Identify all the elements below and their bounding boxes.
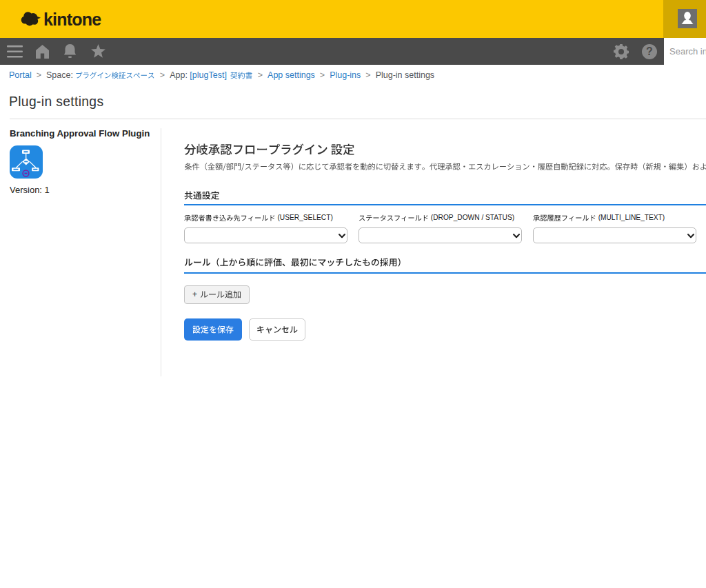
svg-text:?: ? xyxy=(646,45,653,57)
